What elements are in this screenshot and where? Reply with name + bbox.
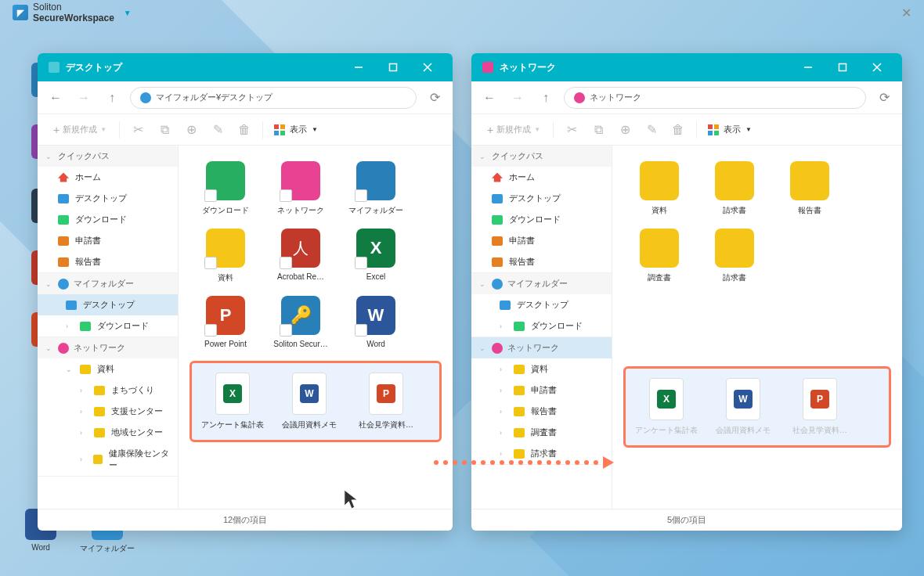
file-grid-area[interactable]: ダウンロード ネットワーク マイフォルダー 資料 人Acrobat Re… XE… xyxy=(179,146,453,509)
copy-button[interactable]: ⧉ xyxy=(151,119,178,141)
up-button[interactable]: ↑ xyxy=(536,88,556,108)
refresh-button[interactable]: ⟳ xyxy=(874,90,894,105)
sidebar-item[interactable]: ›支援センター xyxy=(38,401,178,422)
folder-item[interactable]: マイフォルダー xyxy=(340,157,412,221)
minimize-button[interactable] xyxy=(341,53,376,81)
quickpath-header[interactable]: ⌄クイックパス xyxy=(471,146,612,167)
sidebar-item-downloads[interactable]: ダウンロード xyxy=(471,209,612,230)
minimize-button[interactable] xyxy=(791,53,825,81)
sidebar: ⌄クイックパス ホーム デスクトップ ダウンロード 申請書 報告書 ⌄マイフォル… xyxy=(38,146,179,509)
app-logo: ◤ SolitonSecureWorkspace ▼ xyxy=(13,2,132,23)
sidebar-item-home[interactable]: ホーム xyxy=(38,167,178,188)
folder-item[interactable]: ネットワーク xyxy=(265,157,337,221)
view-toggle[interactable]: 表示▼ xyxy=(268,121,324,139)
file-item-excel[interactable]: Xアンケート集計表 xyxy=(197,368,269,435)
back-button[interactable]: ← xyxy=(479,88,500,108)
app-item[interactable]: 人Acrobat Re… xyxy=(265,224,337,288)
delete-button[interactable]: 🗑 xyxy=(231,119,258,141)
sidebar-item-downloads[interactable]: ›ダウンロード xyxy=(471,315,612,337)
path-field[interactable]: ネットワーク xyxy=(564,87,866,109)
file-grid-area[interactable]: 資料 請求書 報告書 調査書 請求書 Xアンケート集計表 W会議用資料メモ P社… xyxy=(612,146,902,509)
app-titlebar: ◤ SolitonSecureWorkspace ▼ ✕ xyxy=(0,0,924,25)
file-item-excel[interactable]: Xアンケート集計表 xyxy=(630,373,702,441)
paste-button[interactable]: ⊕ xyxy=(612,119,638,141)
close-button[interactable] xyxy=(860,53,894,81)
sidebar-item-pin[interactable]: 申請書 xyxy=(38,230,178,251)
network-icon xyxy=(574,92,585,103)
window-titlebar[interactable]: ネットワーク xyxy=(471,53,902,81)
sidebar-item-downloads[interactable]: ダウンロード xyxy=(38,209,178,230)
sidebar-item-desktop[interactable]: デスクトップ xyxy=(38,294,178,315)
file-item-word[interactable]: W会議用資料メモ xyxy=(273,368,345,435)
file-item-ppt[interactable]: P社会見学資料… xyxy=(350,368,422,435)
sidebar-item[interactable]: ›健康保険センター xyxy=(38,443,178,476)
brand-text: SolitonSecureWorkspace xyxy=(33,2,114,23)
rename-button[interactable]: ✎ xyxy=(638,119,665,141)
new-button[interactable]: +新規作成▼ xyxy=(479,121,548,139)
sidebar-item-downloads[interactable]: ›ダウンロード xyxy=(38,315,178,337)
delete-button[interactable]: 🗑 xyxy=(665,119,691,141)
drop-target[interactable]: Xアンケート集計表 W会議用資料メモ P社会見学資料… xyxy=(623,366,891,448)
sidebar-item[interactable]: ⌄資料 xyxy=(38,358,178,380)
sidebar-item-desktop[interactable]: デスクトップ xyxy=(471,294,612,315)
myfolder-header[interactable]: ⌄マイフォルダー xyxy=(471,273,612,294)
maximize-button[interactable] xyxy=(376,53,410,81)
network-header[interactable]: ⌄ネットワーク xyxy=(38,337,178,358)
app-item[interactable]: XExcel xyxy=(340,224,412,288)
drag-selection[interactable]: Xアンケート集計表 W会議用資料メモ P社会見学資料… xyxy=(189,361,442,442)
up-button[interactable]: ↑ xyxy=(102,88,122,108)
back-button[interactable]: ← xyxy=(45,88,66,108)
forward-button[interactable]: → xyxy=(74,88,94,108)
sidebar-item-pin[interactable]: 報告書 xyxy=(38,251,178,272)
copy-button[interactable]: ⧉ xyxy=(585,119,612,141)
nav-bar: ← → ↑ ネットワーク ⟳ xyxy=(471,81,902,114)
path-text: マイフォルダー¥デスクトップ xyxy=(156,92,273,103)
file-item-word[interactable]: W会議用資料メモ xyxy=(707,373,779,441)
network-header[interactable]: ⌄ネットワーク xyxy=(471,337,612,358)
folder-item[interactable]: 請求書 xyxy=(698,157,771,221)
rename-button[interactable]: ✎ xyxy=(204,119,231,141)
paste-button[interactable]: ⊕ xyxy=(178,119,204,141)
path-field[interactable]: マイフォルダー¥デスクトップ xyxy=(130,87,417,109)
sidebar-item[interactable]: ›申請書 xyxy=(471,380,612,401)
sidebar-item[interactable]: ›まちづくり xyxy=(38,380,178,401)
toolbar: +新規作成▼ ✂ ⧉ ⊕ ✎ 🗑 表示▼ xyxy=(471,114,902,146)
sidebar-item-pin[interactable]: 申請書 xyxy=(471,230,612,251)
app-close-button[interactable]: ✕ xyxy=(901,5,911,20)
myfolder-header[interactable]: ⌄マイフォルダー xyxy=(38,273,178,294)
new-button[interactable]: +新規作成▼ xyxy=(45,121,114,139)
sidebar-item[interactable]: ›報告書 xyxy=(471,401,612,422)
maximize-button[interactable] xyxy=(825,53,860,81)
path-text: ネットワーク xyxy=(590,92,641,103)
app-menu-dropdown[interactable]: ▼ xyxy=(124,9,132,17)
drag-arrow-icon xyxy=(434,460,630,465)
forward-button[interactable]: → xyxy=(507,88,528,108)
folder-item[interactable]: 調査書 xyxy=(623,224,695,288)
folder-item[interactable]: 請求書 xyxy=(698,224,771,288)
app-item[interactable]: PPower Point xyxy=(189,291,262,353)
sidebar-item[interactable]: ›地域センター xyxy=(38,422,178,443)
sidebar-item-home[interactable]: ホーム xyxy=(471,167,612,188)
window-titlebar[interactable]: デスクトップ xyxy=(38,53,453,81)
folder-item[interactable]: ダウンロード xyxy=(189,157,262,221)
status-bar: 5個の項目 xyxy=(471,509,902,531)
sidebar-item-desktop[interactable]: デスクトップ xyxy=(471,188,612,209)
file-item-ppt[interactable]: P社会見学資料… xyxy=(784,373,856,441)
quickpath-header[interactable]: ⌄クイックパス xyxy=(38,146,178,167)
folder-item[interactable]: 資料 xyxy=(623,157,695,221)
folder-item[interactable]: 報告書 xyxy=(774,157,846,221)
cut-button[interactable]: ✂ xyxy=(558,119,585,141)
app-item[interactable]: 🔑Soliton Secur… xyxy=(265,291,337,353)
close-button[interactable] xyxy=(410,53,445,81)
sidebar-item[interactable]: ›調査書 xyxy=(471,422,612,443)
cut-button[interactable]: ✂ xyxy=(125,119,151,141)
view-toggle[interactable]: 表示▼ xyxy=(702,121,758,139)
toolbar: +新規作成▼ ✂ ⧉ ⊕ ✎ 🗑 表示▼ xyxy=(38,114,453,146)
app-item[interactable]: WWord xyxy=(340,291,412,353)
folder-item[interactable]: 資料 xyxy=(189,224,262,288)
sidebar-item-pin[interactable]: 報告書 xyxy=(471,251,612,272)
desktop-icon xyxy=(49,62,60,73)
sidebar-item-desktop[interactable]: デスクトップ xyxy=(38,188,178,209)
sidebar-item[interactable]: ›資料 xyxy=(471,358,612,380)
refresh-button[interactable]: ⟳ xyxy=(424,90,445,105)
